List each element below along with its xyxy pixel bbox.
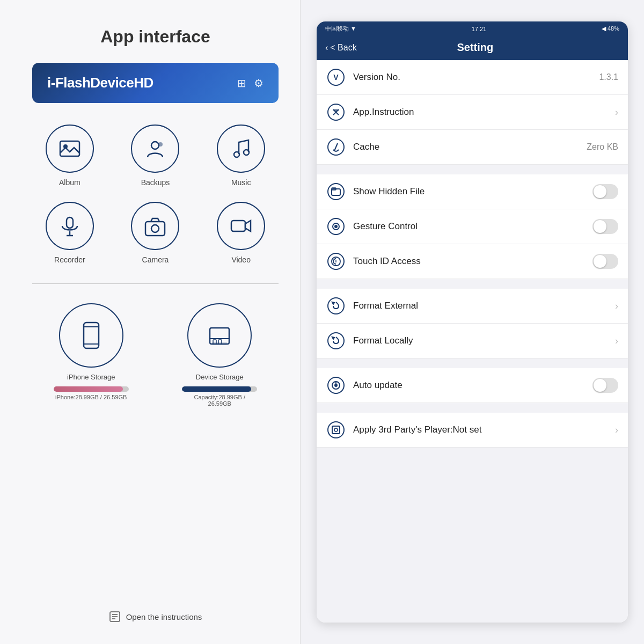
camera-circle — [131, 202, 179, 250]
format-ext-icon — [326, 296, 346, 316]
music-label: Music — [231, 178, 251, 187]
right-panel: 中国移动 ▼ 17:21 ◀ 48% ‹ < Back Setting — [301, 0, 644, 644]
device-storage-item: Device Storage Capacity:28.99GB / 26.59G… — [182, 303, 257, 407]
svg-rect-6 — [67, 217, 73, 228]
svg-rect-11 — [231, 221, 245, 231]
app-header-icons: ⊞ ⚙ — [237, 77, 264, 90]
video-icon — [229, 214, 253, 238]
gesture-label: Gesture Control — [353, 221, 585, 232]
settings-row-player[interactable]: Apply 3rd Party's Player:Not set › — [317, 413, 628, 448]
format-ext-chevron: › — [615, 301, 618, 312]
player-icon — [326, 420, 346, 440]
cache-value: Zero KB — [587, 142, 618, 152]
gesture-toggle[interactable] — [592, 219, 618, 234]
format-local-label: Format Locally — [353, 335, 608, 346]
device-bar-wrap: Capacity:28.99GB / 26.59GB — [182, 386, 257, 407]
settings-row-format-ext[interactable]: Format External › — [317, 289, 628, 324]
touchid-toggle[interactable] — [592, 254, 618, 269]
device-bar-fill — [182, 386, 251, 392]
svg-text:V: V — [333, 73, 339, 82]
phone-screen: 中国移动 ▼ 17:21 ◀ 48% ‹ < Back Setting — [317, 21, 628, 623]
back-button[interactable]: ‹ < Back — [325, 43, 357, 53]
instruction-chevron: › — [615, 107, 618, 118]
gesture-icon — [326, 217, 346, 236]
autoupdate-toggle[interactable] — [592, 378, 618, 393]
recorder-circle — [46, 202, 94, 250]
instruction-icon — [326, 103, 346, 122]
settings-gap-4 — [317, 403, 628, 413]
settings-list: V Version No. 1.3.1 — [317, 60, 628, 623]
svg-point-41 — [328, 298, 344, 314]
album-label: Album — [59, 178, 80, 187]
camera-item[interactable]: Camera — [118, 202, 193, 264]
settings-row-cache[interactable]: Cache Zero KB — [317, 130, 628, 165]
svg-point-2 — [151, 142, 159, 149]
instructions-icon — [109, 611, 121, 623]
iphone-storage-label: iPhone Storage — [67, 373, 115, 381]
album-circle — [46, 125, 94, 173]
autoupdate-icon — [326, 376, 346, 395]
camera-icon — [143, 214, 167, 238]
settings-row-autoupdate[interactable]: Auto update — [317, 368, 628, 403]
format-local-chevron: › — [615, 335, 618, 347]
svg-rect-20 — [212, 342, 227, 345]
back-label: < Back — [330, 43, 356, 53]
svg-point-3 — [158, 142, 163, 147]
settings-row-version[interactable]: V Version No. 1.3.1 — [317, 60, 628, 95]
storage-section: iPhone Storage iPhone:28.99GB / 26.59GB — [32, 303, 279, 407]
hidden-icon — [326, 182, 346, 201]
version-value: 1.3.1 — [599, 72, 618, 82]
player-label: Apply 3rd Party's Player:Not set — [353, 425, 608, 435]
settings-row-gesture[interactable]: Gesture Control — [317, 209, 628, 244]
open-instructions-label: Open the instructions — [126, 612, 202, 621]
cache-icon — [326, 137, 346, 157]
svg-rect-0 — [60, 141, 79, 156]
settings-row-touchid[interactable]: Touch ID Access — [317, 244, 628, 279]
format-local-icon — [326, 331, 346, 350]
camera-label: Camera — [142, 255, 169, 264]
svg-point-33 — [328, 184, 344, 200]
app-header-banner: i-FlashDeviceHD ⊞ ⚙ — [32, 63, 279, 103]
iphone-capacity: iPhone:28.99GB / 26.59GB — [54, 394, 129, 400]
music-circle — [217, 125, 265, 173]
svg-rect-48 — [332, 426, 340, 434]
settings-gap-1 — [317, 165, 628, 174]
video-circle — [217, 202, 265, 250]
recorder-label: Recorder — [54, 255, 85, 264]
iphone-storage-circle — [59, 303, 123, 368]
status-time: 17:21 — [472, 26, 487, 32]
touchid-label: Touch ID Access — [353, 256, 585, 267]
settings-row-instruction[interactable]: App.Instruction › — [317, 95, 628, 130]
settings-row-hidden[interactable]: Show Hidden File — [317, 174, 628, 209]
video-label: Video — [231, 255, 251, 264]
settings-gap-2 — [317, 279, 628, 289]
status-bar: 中国移动 ▼ 17:21 ◀ 48% — [317, 21, 628, 36]
back-chevron-icon: ‹ — [325, 43, 328, 53]
settings-row-format-local[interactable]: Format Locally › — [317, 324, 628, 358]
music-item[interactable]: Music — [203, 125, 279, 187]
backups-item[interactable]: Backups — [118, 125, 193, 187]
backups-icon — [143, 137, 167, 160]
book-icon: ⊞ — [237, 77, 246, 90]
svg-point-10 — [151, 225, 159, 232]
video-item[interactable]: Video — [203, 202, 279, 264]
svg-point-42 — [328, 333, 344, 349]
device-bar-track — [182, 386, 257, 392]
hidden-toggle[interactable] — [592, 184, 618, 199]
instruction-label: App.Instruction — [353, 107, 608, 118]
nav-bar: ‹ < Back Setting — [317, 36, 628, 60]
iphone-bar-wrap: iPhone:28.99GB / 26.59GB — [54, 386, 129, 400]
svg-point-4 — [234, 152, 239, 157]
settings-gap-3 — [317, 358, 628, 368]
left-panel: App interface i-FlashDeviceHD ⊞ ⚙ A — [0, 0, 301, 644]
open-instructions[interactable]: Open the instructions — [32, 600, 279, 623]
gear-icon[interactable]: ⚙ — [254, 77, 264, 90]
hidden-label: Show Hidden File — [353, 186, 585, 197]
player-chevron: › — [615, 425, 618, 436]
section-title: App interface — [32, 27, 279, 47]
touchid-icon — [326, 252, 346, 271]
album-item[interactable]: Album — [32, 125, 107, 187]
status-battery: ◀ 48% — [602, 25, 619, 32]
recorder-item[interactable]: Recorder — [32, 202, 107, 264]
music-icon — [229, 137, 253, 160]
